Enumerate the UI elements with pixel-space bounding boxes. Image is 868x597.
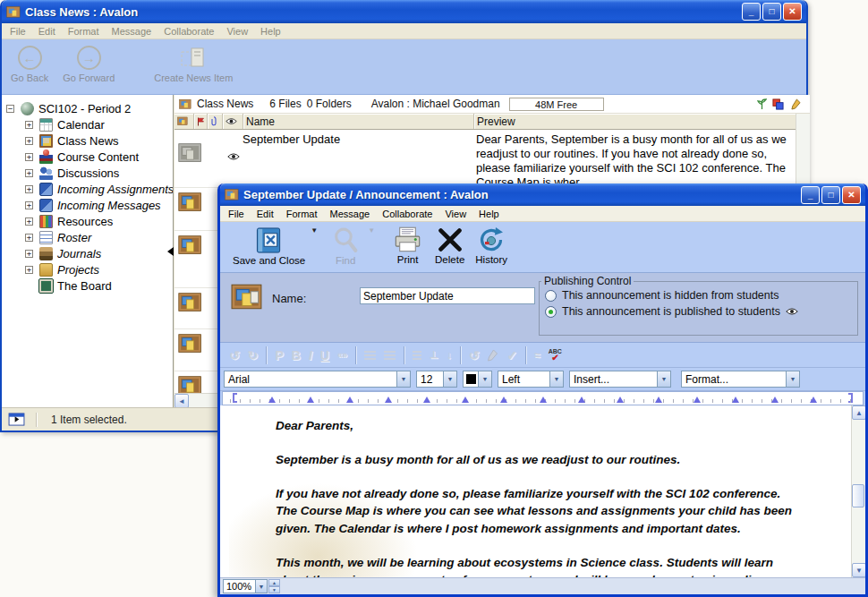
find-button[interactable]: Find bbox=[330, 226, 361, 266]
align-select[interactable]: Left ▼ bbox=[498, 371, 564, 388]
left-margin-marker[interactable] bbox=[233, 393, 237, 403]
redo-icon[interactable]: ↻ bbox=[248, 348, 259, 362]
zoom-select[interactable]: 100% ▼ bbox=[223, 579, 268, 593]
news-item-name[interactable]: September Update bbox=[243, 132, 340, 146]
chevron-down-icon[interactable]: ▼ bbox=[443, 371, 456, 387]
menu-edit[interactable]: Edit bbox=[251, 207, 280, 221]
spinner-up-icon[interactable]: ▲ bbox=[268, 579, 280, 586]
right-margin-marker[interactable] bbox=[848, 393, 853, 403]
sprout-icon[interactable] bbox=[757, 98, 767, 110]
bullet-list-icon[interactable] bbox=[364, 351, 376, 360]
announcement-icon[interactable] bbox=[178, 333, 202, 354]
announcement-body-editor[interactable]: Dear Parents, September is a busy month … bbox=[220, 405, 865, 577]
approve-check-icon[interactable]: ✓ bbox=[506, 348, 517, 362]
chevron-down-icon[interactable]: ▼ bbox=[786, 371, 799, 387]
menu-view[interactable]: View bbox=[220, 24, 254, 38]
maximize-button[interactable]: □ bbox=[821, 186, 840, 204]
pen-icon[interactable] bbox=[487, 349, 498, 362]
dialog-titlebar[interactable]: September Update / Announcement : Avalon… bbox=[220, 183, 865, 206]
tree-item-resources[interactable]: +Resources bbox=[2, 213, 173, 229]
menu-help[interactable]: Help bbox=[254, 24, 287, 38]
align-bottom-icon[interactable]: ⊥ bbox=[430, 349, 438, 361]
menu-view[interactable]: View bbox=[438, 207, 472, 221]
window-panel-icon[interactable] bbox=[8, 413, 25, 426]
go-forward-button[interactable]: → Go Forward bbox=[63, 46, 115, 83]
menu-format[interactable]: Format bbox=[280, 207, 324, 221]
chevron-down-icon[interactable]: ▼ bbox=[478, 371, 491, 387]
radio-published-to-students[interactable]: This announcement is published to studen… bbox=[540, 303, 857, 320]
font-color-select[interactable]: ▼ bbox=[463, 371, 492, 388]
attachment-column-header[interactable] bbox=[208, 114, 223, 129]
scroll-down-button[interactable]: ▼ bbox=[852, 563, 865, 577]
scroll-left-button[interactable]: ◄ bbox=[174, 394, 189, 408]
menu-edit[interactable]: Edit bbox=[32, 24, 62, 38]
scrollbar-thumb[interactable] bbox=[852, 484, 864, 507]
splitter-collapse-arrow[interactable] bbox=[167, 247, 174, 256]
create-news-item-button[interactable]: Create News Item bbox=[154, 46, 233, 83]
revert-icon[interactable]: ↺ bbox=[469, 348, 480, 362]
menu-file[interactable]: File bbox=[4, 24, 32, 38]
go-back-button[interactable]: ← Go Back bbox=[11, 46, 48, 83]
menu-format[interactable]: Format bbox=[62, 24, 106, 38]
item-type-column-header[interactable] bbox=[174, 114, 194, 129]
minimize-button[interactable]: _ bbox=[742, 3, 761, 21]
radio-selected-icon[interactable] bbox=[545, 306, 557, 318]
bold-icon[interactable]: B bbox=[292, 348, 301, 362]
tree-item-discussions[interactable]: +Discussions bbox=[2, 165, 173, 181]
announcement-icon-gray[interactable] bbox=[178, 142, 202, 164]
tree-root-sci102[interactable]: − SCI102 - Period 2 bbox=[2, 100, 173, 116]
menu-collaborate[interactable]: Collaborate bbox=[157, 24, 220, 38]
history-button[interactable]: History bbox=[475, 226, 507, 265]
zoom-spinner[interactable]: ▲ ▼ bbox=[268, 579, 280, 593]
tree-item-incoming-assignments[interactable]: +Incoming Assignments bbox=[2, 181, 173, 197]
ruler[interactable] bbox=[222, 391, 864, 405]
scroll-up-button[interactable]: ▲ bbox=[852, 405, 865, 420]
main-titlebar[interactable]: Class News : Avalon _ □ ✕ bbox=[2, 0, 806, 23]
save-dropdown-arrow[interactable]: ▼ bbox=[311, 226, 318, 235]
visibility-column-header[interactable] bbox=[223, 114, 243, 129]
menu-collaborate[interactable]: Collaborate bbox=[376, 207, 438, 221]
plain-style-icon[interactable]: P bbox=[275, 348, 283, 362]
announcement-body-text[interactable]: Dear Parents, September is a busy month … bbox=[276, 417, 803, 577]
close-button[interactable]: ✕ bbox=[842, 186, 861, 204]
radio-hidden-from-students[interactable]: This announcement is hidden from student… bbox=[540, 287, 857, 303]
spell-check-icon[interactable]: ABC✔ bbox=[549, 348, 562, 362]
menu-message[interactable]: Message bbox=[106, 24, 158, 38]
tree-item-projects[interactable]: +Projects bbox=[2, 261, 173, 277]
tree-item-calendar[interactable]: +Calendar bbox=[2, 116, 173, 132]
name-input[interactable] bbox=[360, 287, 535, 304]
print-button[interactable]: Print bbox=[393, 226, 422, 265]
announcement-icon[interactable] bbox=[178, 292, 202, 313]
preview-column-header[interactable]: Preview bbox=[474, 114, 796, 129]
signature-icon[interactable]: ≈ bbox=[534, 349, 540, 362]
announcement-icon[interactable] bbox=[178, 192, 202, 213]
save-and-close-button[interactable]: Save and Close bbox=[233, 226, 305, 266]
chevron-down-icon[interactable]: ▼ bbox=[657, 371, 670, 387]
menu-file[interactable]: File bbox=[222, 207, 251, 221]
close-button[interactable]: ✕ bbox=[783, 3, 802, 21]
quote-icon[interactable]: «» bbox=[337, 350, 347, 360]
menu-help[interactable]: Help bbox=[472, 207, 506, 221]
numbered-list-icon[interactable] bbox=[384, 351, 396, 360]
pencil-icon[interactable] bbox=[791, 98, 801, 110]
tree-item-journals[interactable]: +Journals bbox=[2, 245, 173, 261]
delete-button[interactable]: Delete bbox=[435, 226, 464, 265]
italic-icon[interactable]: I bbox=[309, 348, 312, 362]
maximize-button[interactable]: □ bbox=[762, 3, 781, 21]
underline-icon[interactable]: U bbox=[320, 348, 329, 362]
tree-item-incoming-messages[interactable]: +Incoming Messages bbox=[2, 197, 173, 213]
minimize-button[interactable]: _ bbox=[801, 186, 820, 204]
flag-column-header[interactable] bbox=[194, 114, 208, 129]
indent-icon[interactable] bbox=[413, 351, 421, 360]
menu-message[interactable]: Message bbox=[324, 207, 377, 221]
move-down-icon[interactable]: ↓ bbox=[447, 349, 452, 362]
announcement-icon[interactable] bbox=[178, 235, 202, 256]
news-item-preview[interactable]: Dear Parents, September is a busy month … bbox=[476, 132, 791, 190]
chevron-down-icon[interactable]: ▼ bbox=[396, 371, 410, 387]
undo-icon[interactable]: ↺ bbox=[229, 348, 240, 362]
tree-item-class-news[interactable]: +Class News bbox=[2, 132, 173, 149]
font-select[interactable]: Arial ▼ bbox=[224, 371, 411, 388]
name-column-header[interactable]: Name bbox=[243, 114, 474, 129]
radio-icon[interactable] bbox=[545, 290, 557, 302]
chevron-down-icon[interactable]: ▼ bbox=[255, 580, 267, 593]
